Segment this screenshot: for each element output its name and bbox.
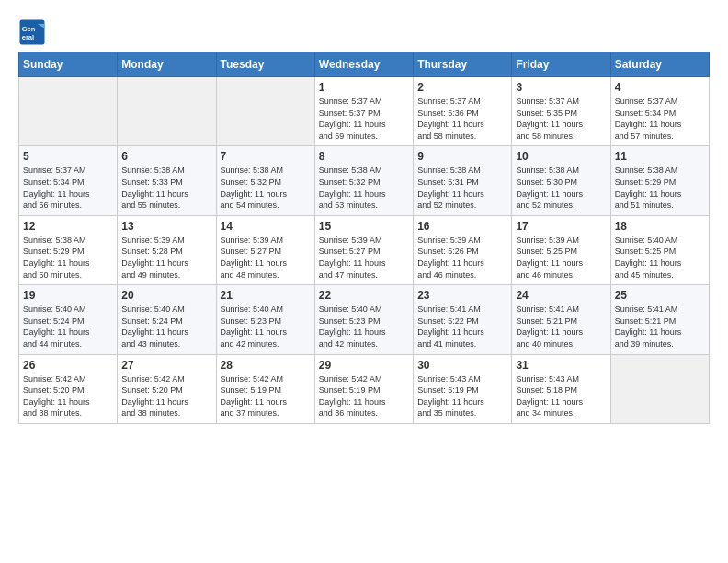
calendar-week-row: 19Sunrise: 5:40 AM Sunset: 5:24 PM Dayli… bbox=[19, 285, 710, 354]
calendar-week-row: 5Sunrise: 5:37 AM Sunset: 5:34 PM Daylig… bbox=[19, 146, 710, 215]
day-number: 12 bbox=[23, 220, 113, 233]
page-header: Gen eral bbox=[18, 18, 710, 46]
day-info: Sunrise: 5:41 AM Sunset: 5:22 PM Dayligh… bbox=[417, 304, 507, 350]
calendar-cell: 27Sunrise: 5:42 AM Sunset: 5:20 PM Dayli… bbox=[118, 354, 216, 423]
column-header-wednesday: Wednesday bbox=[314, 52, 413, 77]
day-number: 13 bbox=[121, 220, 211, 233]
calendar-cell: 26Sunrise: 5:42 AM Sunset: 5:20 PM Dayli… bbox=[19, 354, 118, 423]
day-number: 7 bbox=[221, 150, 311, 163]
day-info: Sunrise: 5:40 AM Sunset: 5:25 PM Dayligh… bbox=[615, 235, 705, 281]
day-info: Sunrise: 5:38 AM Sunset: 5:30 PM Dayligh… bbox=[516, 165, 606, 211]
calendar-cell: 29Sunrise: 5:42 AM Sunset: 5:19 PM Dayli… bbox=[314, 354, 413, 423]
calendar-cell: 6Sunrise: 5:38 AM Sunset: 5:33 PM Daylig… bbox=[118, 146, 216, 215]
day-number: 18 bbox=[615, 220, 705, 233]
logo-icon: Gen eral bbox=[18, 18, 46, 46]
day-info: Sunrise: 5:41 AM Sunset: 5:21 PM Dayligh… bbox=[615, 304, 705, 350]
calendar-cell: 21Sunrise: 5:40 AM Sunset: 5:23 PM Dayli… bbox=[216, 285, 314, 354]
calendar-cell: 28Sunrise: 5:42 AM Sunset: 5:19 PM Dayli… bbox=[216, 354, 314, 423]
day-number: 4 bbox=[615, 81, 705, 94]
calendar-cell: 12Sunrise: 5:38 AM Sunset: 5:29 PM Dayli… bbox=[19, 215, 118, 284]
calendar-cell: 11Sunrise: 5:38 AM Sunset: 5:29 PM Dayli… bbox=[610, 146, 709, 215]
day-number: 5 bbox=[23, 150, 113, 163]
calendar-cell: 10Sunrise: 5:38 AM Sunset: 5:30 PM Dayli… bbox=[512, 146, 610, 215]
day-number: 26 bbox=[23, 359, 113, 372]
calendar-week-row: 1Sunrise: 5:37 AM Sunset: 5:37 PM Daylig… bbox=[19, 77, 710, 146]
day-info: Sunrise: 5:39 AM Sunset: 5:27 PM Dayligh… bbox=[319, 235, 409, 281]
day-number: 27 bbox=[121, 359, 211, 372]
day-info: Sunrise: 5:39 AM Sunset: 5:25 PM Dayligh… bbox=[516, 235, 606, 281]
day-number: 14 bbox=[221, 220, 311, 233]
day-info: Sunrise: 5:39 AM Sunset: 5:26 PM Dayligh… bbox=[417, 235, 507, 281]
day-info: Sunrise: 5:37 AM Sunset: 5:36 PM Dayligh… bbox=[417, 96, 507, 142]
calendar-cell: 23Sunrise: 5:41 AM Sunset: 5:22 PM Dayli… bbox=[414, 285, 512, 354]
logo: Gen eral bbox=[18, 18, 50, 46]
column-header-thursday: Thursday bbox=[414, 52, 512, 77]
calendar-cell: 20Sunrise: 5:40 AM Sunset: 5:24 PM Dayli… bbox=[118, 285, 216, 354]
day-info: Sunrise: 5:38 AM Sunset: 5:29 PM Dayligh… bbox=[23, 235, 113, 281]
day-info: Sunrise: 5:37 AM Sunset: 5:37 PM Dayligh… bbox=[319, 96, 409, 142]
svg-text:Gen: Gen bbox=[22, 25, 36, 33]
calendar-cell: 19Sunrise: 5:40 AM Sunset: 5:24 PM Dayli… bbox=[19, 285, 118, 354]
day-info: Sunrise: 5:41 AM Sunset: 5:21 PM Dayligh… bbox=[516, 304, 606, 350]
day-number: 21 bbox=[221, 289, 311, 302]
calendar-cell: 5Sunrise: 5:37 AM Sunset: 5:34 PM Daylig… bbox=[19, 146, 118, 215]
day-number: 24 bbox=[516, 289, 606, 302]
day-number: 3 bbox=[516, 81, 606, 94]
day-info: Sunrise: 5:40 AM Sunset: 5:23 PM Dayligh… bbox=[221, 304, 311, 350]
day-info: Sunrise: 5:42 AM Sunset: 5:20 PM Dayligh… bbox=[121, 373, 211, 419]
calendar-cell: 7Sunrise: 5:38 AM Sunset: 5:32 PM Daylig… bbox=[216, 146, 314, 215]
day-number: 2 bbox=[417, 81, 507, 94]
day-number: 25 bbox=[615, 289, 705, 302]
day-info: Sunrise: 5:40 AM Sunset: 5:24 PM Dayligh… bbox=[121, 304, 211, 350]
day-info: Sunrise: 5:40 AM Sunset: 5:24 PM Dayligh… bbox=[23, 304, 113, 350]
calendar-cell: 24Sunrise: 5:41 AM Sunset: 5:21 PM Dayli… bbox=[512, 285, 610, 354]
day-number: 6 bbox=[121, 150, 211, 163]
calendar-cell: 3Sunrise: 5:37 AM Sunset: 5:35 PM Daylig… bbox=[512, 77, 610, 146]
calendar-cell: 2Sunrise: 5:37 AM Sunset: 5:36 PM Daylig… bbox=[414, 77, 512, 146]
calendar-cell bbox=[19, 77, 118, 146]
calendar-cell: 9Sunrise: 5:38 AM Sunset: 5:31 PM Daylig… bbox=[414, 146, 512, 215]
day-number: 29 bbox=[319, 359, 409, 372]
day-info: Sunrise: 5:38 AM Sunset: 5:32 PM Dayligh… bbox=[319, 165, 409, 211]
day-number: 15 bbox=[319, 220, 409, 233]
day-info: Sunrise: 5:39 AM Sunset: 5:27 PM Dayligh… bbox=[221, 235, 311, 281]
day-info: Sunrise: 5:42 AM Sunset: 5:19 PM Dayligh… bbox=[319, 373, 409, 419]
day-number: 8 bbox=[319, 150, 409, 163]
column-header-tuesday: Tuesday bbox=[216, 52, 314, 77]
calendar-table: SundayMondayTuesdayWednesdayThursdayFrid… bbox=[18, 52, 710, 424]
calendar-cell bbox=[610, 354, 709, 423]
calendar-cell bbox=[118, 77, 216, 146]
day-info: Sunrise: 5:42 AM Sunset: 5:20 PM Dayligh… bbox=[23, 373, 113, 419]
calendar-cell: 16Sunrise: 5:39 AM Sunset: 5:26 PM Dayli… bbox=[414, 215, 512, 284]
day-number: 30 bbox=[417, 359, 507, 372]
day-number: 20 bbox=[121, 289, 211, 302]
calendar-cell: 17Sunrise: 5:39 AM Sunset: 5:25 PM Dayli… bbox=[512, 215, 610, 284]
calendar-cell: 8Sunrise: 5:38 AM Sunset: 5:32 PM Daylig… bbox=[314, 146, 413, 215]
svg-text:eral: eral bbox=[22, 33, 34, 41]
day-info: Sunrise: 5:38 AM Sunset: 5:29 PM Dayligh… bbox=[615, 165, 705, 211]
day-number: 22 bbox=[319, 289, 409, 302]
calendar-cell: 25Sunrise: 5:41 AM Sunset: 5:21 PM Dayli… bbox=[610, 285, 709, 354]
day-info: Sunrise: 5:37 AM Sunset: 5:35 PM Dayligh… bbox=[516, 96, 606, 142]
calendar-cell: 13Sunrise: 5:39 AM Sunset: 5:28 PM Dayli… bbox=[118, 215, 216, 284]
day-info: Sunrise: 5:43 AM Sunset: 5:19 PM Dayligh… bbox=[417, 373, 507, 419]
day-number: 31 bbox=[516, 359, 606, 372]
day-info: Sunrise: 5:38 AM Sunset: 5:32 PM Dayligh… bbox=[221, 165, 311, 211]
calendar-cell: 15Sunrise: 5:39 AM Sunset: 5:27 PM Dayli… bbox=[314, 215, 413, 284]
calendar-cell: 31Sunrise: 5:43 AM Sunset: 5:18 PM Dayli… bbox=[512, 354, 610, 423]
calendar-cell: 14Sunrise: 5:39 AM Sunset: 5:27 PM Dayli… bbox=[216, 215, 314, 284]
calendar-cell bbox=[216, 77, 314, 146]
day-number: 1 bbox=[319, 81, 409, 94]
day-info: Sunrise: 5:38 AM Sunset: 5:33 PM Dayligh… bbox=[121, 165, 211, 211]
day-number: 17 bbox=[516, 220, 606, 233]
day-number: 16 bbox=[417, 220, 507, 233]
calendar-cell: 4Sunrise: 5:37 AM Sunset: 5:34 PM Daylig… bbox=[610, 77, 709, 146]
column-header-friday: Friday bbox=[512, 52, 610, 77]
day-info: Sunrise: 5:43 AM Sunset: 5:18 PM Dayligh… bbox=[516, 373, 606, 419]
calendar-cell: 30Sunrise: 5:43 AM Sunset: 5:19 PM Dayli… bbox=[414, 354, 512, 423]
calendar-week-row: 12Sunrise: 5:38 AM Sunset: 5:29 PM Dayli… bbox=[19, 215, 710, 284]
day-number: 9 bbox=[417, 150, 507, 163]
calendar-cell: 1Sunrise: 5:37 AM Sunset: 5:37 PM Daylig… bbox=[314, 77, 413, 146]
calendar-header-row: SundayMondayTuesdayWednesdayThursdayFrid… bbox=[19, 52, 710, 77]
day-info: Sunrise: 5:40 AM Sunset: 5:23 PM Dayligh… bbox=[319, 304, 409, 350]
